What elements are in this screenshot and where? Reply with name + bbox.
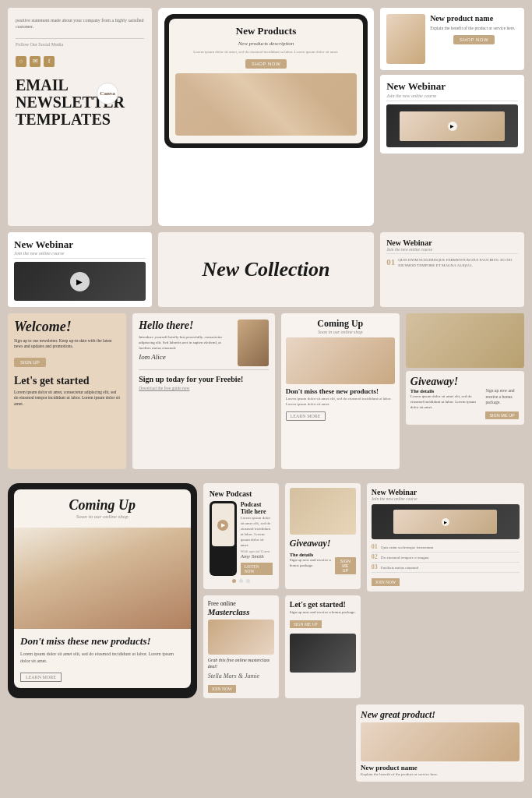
facebook-icon[interactable]: f: [44, 56, 55, 67]
new-great-wrapper: New great product! New product name Expl…: [8, 704, 524, 782]
webinar-numbered-title: New Webinar: [386, 238, 518, 247]
grab-text: Grab this free online masterclass deal!: [208, 658, 274, 670]
giveaway-details: The details Lorem ipsum dolor sit amet e…: [410, 388, 481, 420]
new-great-image: [361, 722, 520, 761]
coming-up-learn-more[interactable]: LEARN MORE: [286, 411, 326, 421]
webinar2-subtitle: Join the new online course: [372, 496, 520, 501]
new-collection-title: New Collection: [203, 258, 330, 281]
webinar2-laptop: ▶: [372, 504, 520, 539]
webinar2-item-2: 02 Do eiusmod tempore et magna: [372, 553, 520, 563]
ipad-dont-miss-text: Lorem ipsum dolor sit amet elit, sed do …: [20, 651, 185, 665]
dot3: [246, 579, 250, 583]
giveaway2-desc: Sign up now and receive a bonus package.: [290, 557, 332, 568]
webinar2-join-button[interactable]: JOIN NOW: [372, 578, 400, 586]
webinar-top-title: New Webinar: [386, 81, 518, 92]
giveaway2-signup: SIGN ME UP: [335, 552, 356, 574]
lets-desc: Sign up now and receive a bonus package.: [290, 609, 356, 615]
giveaway-card: Giveaway! The details Lorem ipsum dolor …: [406, 371, 524, 425]
product-shop-button[interactable]: SHOP NOW: [453, 35, 495, 44]
welcome-desc: Sign up to our newsletter. Keep up-to-da…: [14, 338, 120, 350]
ipad-coming-up-title: Coming Up: [22, 497, 183, 514]
play-button-icon[interactable]: ▶: [448, 122, 457, 131]
num-label-1: 01: [386, 257, 395, 268]
tablet-shop-button[interactable]: SHOP NOW: [245, 59, 287, 69]
phone-frame: ▶: [210, 501, 237, 576]
lets-get-title: Let's get started: [14, 375, 120, 387]
dont-miss-title: Don't miss these new products!: [286, 387, 395, 396]
mc-signature: Stella Mars & Jamie: [208, 673, 274, 680]
follow-social-text: Follow Our Social Media: [16, 42, 63, 47]
welcome-signup-button[interactable]: SIGN UP: [14, 358, 46, 367]
webinar2-item-1: 01 Quis enim scelerisque fermentum: [372, 542, 520, 553]
lets-sign-me-button[interactable]: SIGN ME UP: [290, 620, 322, 628]
giveaway-sign-me-button[interactable]: SIGN ME UP: [485, 411, 518, 419]
masterclass-card: Free online Masterclass Grab this free o…: [203, 595, 279, 698]
lets-get-card: Let's get started! Sign up now and recei…: [285, 595, 361, 698]
masterclass-label: Free online: [208, 600, 274, 607]
ipad-learn-more[interactable]: LEARN MORE: [20, 673, 62, 682]
webinar2-play-icon[interactable]: ▶: [442, 518, 449, 526]
podcast-card: New Podcast ▶ Podcast Title here Lorem i…: [203, 483, 279, 589]
podcast-signature: Amy Smith: [241, 553, 273, 560]
download-link[interactable]: Download the free guide now: [139, 386, 269, 390]
canva-badge: Canva: [97, 83, 118, 104]
webinar-left-card: New Webinar Join the new online course ▶: [8, 232, 152, 307]
podcast-label: New Podcast: [210, 489, 273, 498]
tablet-screen: New Products New products description Lo…: [169, 19, 363, 143]
section-divider: [0, 469, 532, 475]
giveaway-image: [406, 313, 524, 368]
hello-person-image: [238, 320, 269, 366]
coming-up-title: Coming Up: [286, 318, 395, 330]
webinar2-screen: ▶: [393, 510, 497, 535]
hello-card: Hello there! Introduce yourself briefly …: [132, 313, 275, 469]
right-cards-grid: New Podcast ▶ Podcast Title here Lorem i…: [203, 483, 361, 698]
tablet-body-text: Lorem ipsum dolor sit amet, sed do eiusm…: [175, 49, 357, 55]
webinar2-title: New Webinar: [372, 488, 520, 496]
podcast-episode-title: Podcast Title here: [241, 501, 273, 515]
giveaway-title: Giveaway!: [410, 376, 520, 388]
new-collection-card: New Collection: [158, 232, 374, 307]
product-name-desc: Explain the benefit of the product or se…: [430, 26, 518, 32]
giveaway2-sign-me-button[interactable]: SIGN ME UP: [335, 557, 356, 574]
ipad-bottom-content: Don't miss these new products! Lorem ips…: [14, 629, 191, 688]
dont-miss-text: Lorem ipsum dolor sit amet elit, sed do …: [286, 396, 395, 407]
product-text-area: New product name Explain the benefit of …: [430, 14, 518, 64]
podcast-play-icon[interactable]: ▶: [217, 520, 228, 531]
new-product-name-label: New product name: [361, 764, 520, 772]
podcast-text: Podcast Title here Lorem ipsum dolor sit…: [241, 501, 273, 576]
tablet-card: New Products New products description Lo…: [158, 8, 374, 226]
lets-laptop-image: [290, 634, 356, 673]
giveaway2-details-label: The details: [290, 552, 332, 557]
lets-started-title: Let's get started!: [290, 600, 356, 609]
new-product-desc: Explain the benefit of the product or se…: [361, 772, 520, 777]
webinar-card2: New Webinar Join the new online course ▶…: [367, 483, 524, 591]
instagram-icon[interactable]: ○: [16, 56, 26, 67]
giveaway2-content: The details Sign up now and receive a bo…: [290, 552, 356, 574]
ipad-main-image: [14, 528, 191, 629]
webinar-left-image: ▶: [14, 262, 146, 301]
podcast-dots: [210, 579, 273, 583]
new-great-card: New great product! New product name Expl…: [356, 704, 524, 782]
giveaway-title2: Giveaway!: [290, 538, 356, 549]
webinar-play-icon[interactable]: ▶: [70, 272, 90, 291]
webinar-left-subtitle: Join the new online course: [14, 251, 146, 259]
ipad-dont-miss-title: Don't miss these new products!: [20, 635, 185, 648]
product-name-title: New product name: [430, 14, 518, 23]
listen-now-button[interactable]: LISTEN NOW: [241, 563, 273, 575]
webinar-left-title: New Webinar: [14, 238, 146, 251]
email-icon[interactable]: ✉: [30, 56, 41, 67]
webinar-numbered-subtitle: Join the new online course: [386, 247, 518, 254]
giveaway-signup-text: Sign up now and receive a bonus package.: [485, 388, 520, 406]
masterclass-image: [208, 620, 274, 655]
giveaway-col: Giveaway! The details Lorem ipsum dolor …: [406, 313, 524, 469]
tablet-description: New products description: [175, 41, 357, 47]
giveaway2-details-section: The details Sign up now and receive a bo…: [290, 552, 332, 574]
giveaway-desc: Lorem ipsum dolor sit amet elit, sed do …: [410, 394, 481, 410]
giveaway-details-label: The details: [410, 388, 481, 394]
newsletter-title-email: EMAIL: [16, 76, 69, 94]
masterclass-join-button[interactable]: JOIN NOW: [208, 685, 236, 693]
webinar2-num-1: 01: [372, 543, 378, 550]
webinar2-numbered-list: 01 Quis enim scelerisque fermentum 02 Do…: [372, 542, 520, 573]
webinar2-num-2: 02: [372, 553, 378, 560]
giveaway-signup-section: Sign up now and receive a bonus package.…: [485, 388, 520, 420]
